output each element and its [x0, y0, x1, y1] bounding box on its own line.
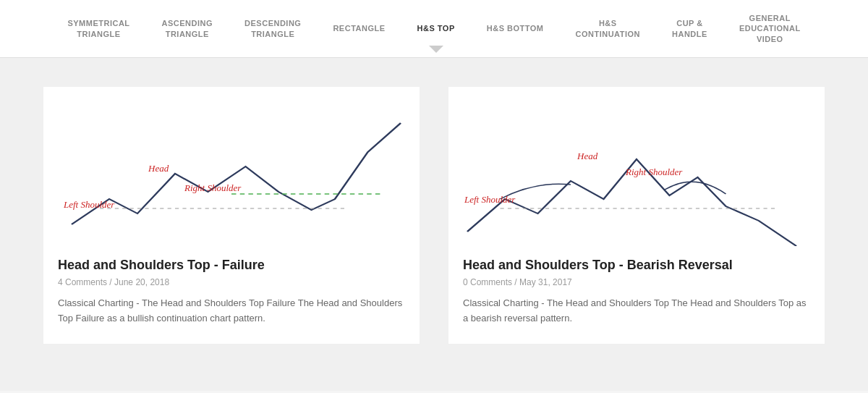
card-bearish: Left Shoulder Head Right Shoulder Head a…: [448, 87, 825, 344]
card-failure-body: Head and Shoulders Top - Failure 4 Comme…: [43, 246, 420, 326]
chart-bearish-svg: [448, 87, 825, 246]
card-bearish-body: Head and Shoulders Top - Bearish Reversa…: [448, 246, 825, 326]
card-failure: Left Shoulder Head Right Shoulder Head a…: [43, 87, 420, 344]
nav-hs-bottom[interactable]: H&S BOTTOM: [471, 16, 560, 41]
nav-ascending-triangle[interactable]: ASCENDINGTRIANGLE: [146, 11, 229, 46]
content-area: Left Shoulder Head Right Shoulder Head a…: [0, 58, 868, 391]
card-failure-meta: 4 Comments / June 20, 2018: [58, 277, 405, 287]
nav-descending-triangle[interactable]: DESCENDINGTRIANGLE: [229, 11, 317, 46]
nav-hs-top[interactable]: H&S TOP: [401, 16, 471, 41]
card-bearish-title[interactable]: Head and Shoulders Top - Bearish Reversa…: [463, 258, 810, 273]
nav-symmetrical-triangle[interactable]: SYMMETRICALTRIANGLE: [51, 11, 145, 46]
card-failure-title[interactable]: Head and Shoulders Top - Failure: [58, 258, 405, 273]
card-failure-chart[interactable]: Left Shoulder Head Right Shoulder: [43, 87, 420, 246]
nav-hs-continuation[interactable]: H&SCONTINUATION: [560, 11, 657, 46]
cards-container: Left Shoulder Head Right Shoulder Head a…: [43, 87, 825, 344]
chart-failure-svg: [43, 87, 420, 246]
card-bearish-meta: 0 Comments / May 31, 2017: [463, 277, 810, 287]
card-failure-excerpt: Classical Charting - The Head and Should…: [58, 296, 405, 326]
card-bearish-excerpt: Classical Charting - The Head and Should…: [463, 296, 810, 326]
nav-general-video[interactable]: GENERALEDUCATIONALVIDEO: [723, 6, 817, 51]
nav-cup-handle[interactable]: CUP &HANDLE: [656, 11, 723, 46]
card-bearish-chart[interactable]: Left Shoulder Head Right Shoulder: [448, 87, 825, 246]
navigation: SYMMETRICALTRIANGLE ASCENDINGTRIANGLE DE…: [0, 0, 868, 58]
nav-rectangle[interactable]: RECTANGLE: [317, 16, 401, 41]
